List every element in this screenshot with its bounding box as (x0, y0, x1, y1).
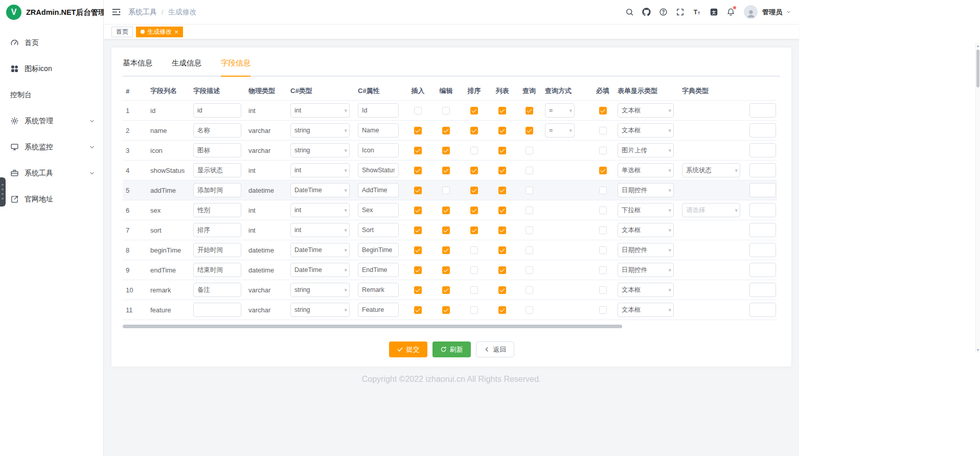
scroll-up-arrow[interactable]: ▲ (976, 43, 980, 49)
sidebar-item-6[interactable]: 系统工具 (0, 160, 103, 186)
overflow-input[interactable] (749, 123, 776, 138)
display-type-select[interactable]: 图片上传▾ (618, 143, 674, 157)
query-checkbox[interactable] (526, 167, 533, 174)
edit-checkbox[interactable] (442, 187, 450, 194)
csharp-property-input[interactable] (358, 283, 399, 297)
insert-checkbox[interactable] (414, 286, 422, 294)
view-tag[interactable]: 生成修改× (136, 27, 183, 37)
sort-checkbox[interactable] (470, 226, 478, 234)
close-icon[interactable]: × (174, 29, 178, 35)
scroll-down-arrow[interactable]: ▼ (976, 347, 980, 353)
csharp-type-select[interactable]: DateTime▾ (290, 263, 350, 277)
display-type-select[interactable]: 单选框▾ (618, 163, 674, 177)
submit-button[interactable]: 提交 (389, 341, 427, 357)
overflow-input[interactable] (749, 223, 776, 237)
required-checkbox[interactable] (599, 127, 607, 134)
description-input[interactable] (193, 103, 241, 118)
sidebar-item-4[interactable]: 系统管理 (0, 108, 103, 134)
overflow-input[interactable] (749, 103, 776, 118)
dict-type-select[interactable]: 系统状态▾ (682, 163, 740, 177)
sort-checkbox[interactable] (470, 127, 478, 134)
bell-icon[interactable] (723, 4, 739, 20)
insert-checkbox[interactable] (414, 246, 422, 254)
description-input[interactable] (193, 223, 241, 237)
query-checkbox[interactable] (526, 226, 533, 234)
required-checkbox[interactable] (599, 286, 607, 294)
sort-checkbox[interactable] (470, 147, 478, 154)
required-checkbox[interactable] (599, 207, 607, 214)
csharp-type-select[interactable]: DateTime▾ (290, 243, 350, 257)
query-checkbox[interactable] (526, 286, 533, 294)
overflow-input[interactable] (749, 303, 776, 317)
sidebar-item-3[interactable]: 控制台 (0, 82, 103, 108)
csharp-type-select[interactable]: int▾ (290, 203, 350, 217)
edit-checkbox[interactable] (442, 266, 450, 274)
list-checkbox[interactable] (498, 207, 506, 214)
display-type-select[interactable]: 文本框▾ (618, 303, 674, 317)
sort-checkbox[interactable] (470, 107, 478, 115)
display-type-select[interactable]: 文本框▾ (618, 223, 674, 237)
side-panel-handle[interactable] (0, 177, 6, 207)
csharp-type-select[interactable]: string▾ (290, 123, 350, 138)
query-mode-select[interactable]: =▾ (545, 123, 575, 138)
display-type-select[interactable]: 文本框▾ (618, 103, 674, 118)
query-mode-select[interactable]: =▾ (545, 103, 575, 118)
back-button[interactable]: 返回 (476, 341, 514, 357)
list-checkbox[interactable] (498, 107, 506, 115)
display-type-select[interactable]: 文本框▾ (618, 283, 674, 297)
refresh-button[interactable]: 刷新 (432, 341, 471, 357)
sidebar-item-2[interactable]: 图标icon (0, 56, 103, 82)
description-input[interactable] (193, 303, 241, 317)
edit-checkbox[interactable] (442, 246, 450, 254)
description-input[interactable] (193, 263, 241, 277)
list-checkbox[interactable] (498, 226, 506, 234)
query-checkbox[interactable] (526, 127, 533, 134)
sort-checkbox[interactable] (470, 286, 478, 294)
display-type-select[interactable]: 下拉框▾ (618, 203, 674, 217)
edit-checkbox[interactable] (442, 226, 450, 234)
horizontal-scrollbar-thumb[interactable] (123, 325, 622, 328)
insert-checkbox[interactable] (414, 127, 422, 134)
font-size-icon[interactable]: TT (689, 4, 705, 20)
overflow-input[interactable] (749, 243, 776, 257)
required-checkbox[interactable] (599, 306, 607, 314)
sidebar-item-5[interactable]: 系统监控 (0, 134, 103, 160)
csharp-property-input[interactable] (358, 143, 399, 157)
list-checkbox[interactable] (498, 286, 506, 294)
edit-checkbox[interactable] (442, 286, 450, 294)
list-checkbox[interactable] (498, 167, 506, 174)
edit-checkbox[interactable] (442, 147, 450, 154)
csharp-property-input[interactable] (358, 103, 399, 118)
list-checkbox[interactable] (498, 147, 506, 154)
fullscreen-icon[interactable] (672, 4, 688, 20)
query-checkbox[interactable] (526, 246, 533, 254)
csharp-property-input[interactable] (358, 303, 399, 317)
tab-1[interactable]: 基本信息 (123, 58, 152, 76)
vertical-scrollbar-thumb[interactable] (976, 50, 979, 87)
display-type-select[interactable]: 日期控件▾ (618, 183, 674, 197)
display-type-select[interactable]: 日期控件▾ (618, 243, 674, 257)
csharp-property-input[interactable] (358, 163, 399, 177)
query-checkbox[interactable] (526, 147, 533, 154)
insert-checkbox[interactable] (414, 167, 422, 174)
overflow-input[interactable] (749, 263, 776, 277)
insert-checkbox[interactable] (414, 207, 422, 214)
insert-checkbox[interactable] (414, 147, 422, 154)
sidebar-toggle-icon[interactable] (111, 7, 121, 17)
insert-checkbox[interactable] (414, 226, 422, 234)
help-icon[interactable] (655, 4, 671, 20)
csharp-property-input[interactable] (358, 223, 399, 237)
edit-checkbox[interactable] (442, 306, 450, 314)
language-icon[interactable]: 文 (706, 4, 722, 20)
avatar[interactable] (744, 5, 758, 19)
csharp-property-input[interactable] (358, 183, 399, 197)
query-checkbox[interactable] (526, 306, 533, 314)
description-input[interactable] (193, 163, 241, 177)
breadcrumb-item[interactable]: 系统工具 (128, 8, 157, 17)
app-logo-row[interactable]: V ZRAdmin.NET后台管理 (0, 0, 103, 25)
csharp-property-input[interactable] (358, 123, 399, 138)
description-input[interactable] (193, 243, 241, 257)
sort-checkbox[interactable] (470, 207, 478, 214)
query-checkbox[interactable] (526, 107, 533, 115)
required-checkbox[interactable] (599, 266, 607, 274)
